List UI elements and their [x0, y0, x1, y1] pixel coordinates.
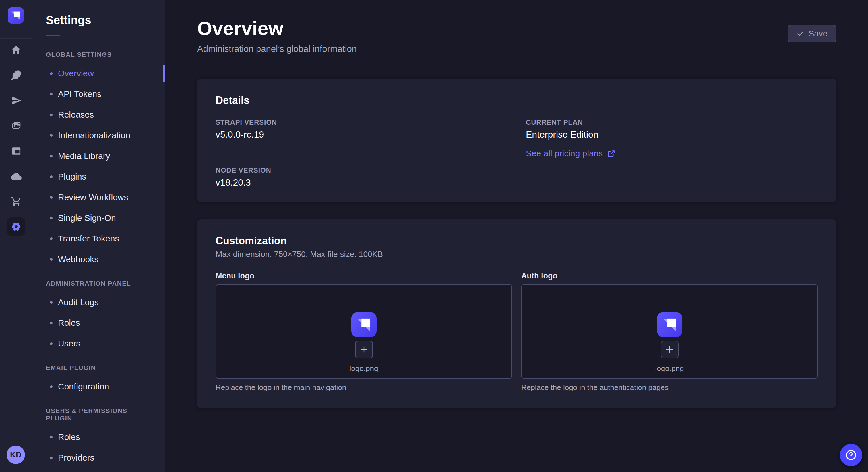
sidebar-item-label: Single Sign-On — [58, 213, 116, 223]
strapi-logo[interactable] — [8, 7, 24, 24]
save-button-label: Save — [809, 29, 828, 38]
sidebar-item-label: Users — [58, 339, 81, 348]
plus-icon — [360, 345, 368, 354]
sidebar-item-label: API Tokens — [58, 89, 101, 99]
sidebar-item-configuration[interactable]: Configuration — [32, 376, 165, 397]
help-button[interactable] — [840, 444, 862, 466]
field-label: CURRENT PLAN — [526, 119, 818, 127]
paper-plane-icon — [11, 95, 22, 106]
subnav-title: Settings — [46, 14, 165, 27]
subnav-section: USERS & PERMISSIONS PLUGIN Roles Provide… — [32, 407, 165, 468]
nav-settings[interactable] — [0, 214, 32, 239]
page-title: Overview — [197, 17, 357, 39]
logo-upload-box: logo.png — [521, 284, 818, 378]
add-logo-button[interactable] — [661, 341, 679, 359]
details-grid: STRAPI VERSION v5.0.0-rc.19 CURRENT PLAN… — [216, 119, 818, 188]
home-icon — [11, 45, 22, 55]
bullet-icon — [50, 113, 53, 116]
logo-upload-box: logo.png — [216, 284, 512, 378]
sidebar-item-overview[interactable]: Overview — [32, 63, 165, 84]
sidebar-item-label: Review Workflows — [58, 193, 128, 202]
save-button[interactable]: Save — [788, 25, 836, 42]
bullet-icon — [50, 322, 53, 324]
nav-media-library[interactable] — [0, 113, 32, 138]
bullet-icon — [50, 385, 53, 388]
sidebar-item-releases[interactable]: Releases — [32, 104, 165, 125]
cloud-icon — [11, 171, 22, 181]
subnav-item-list: Roles Providers — [32, 427, 165, 468]
strapi-logo-icon — [351, 312, 377, 337]
strapi-logo-icon — [657, 312, 682, 337]
bullet-icon — [50, 258, 53, 261]
bullet-icon — [50, 217, 53, 220]
page-header-text: Overview Administration panel’s global i… — [197, 17, 357, 54]
nav-deploy[interactable] — [0, 88, 32, 113]
bullet-icon — [50, 237, 53, 240]
sidebar-item-roles[interactable]: Roles — [32, 427, 165, 447]
main-content: Overview Administration panel’s global i… — [165, 0, 868, 472]
images-icon — [11, 121, 22, 131]
subnav-section-label: EMAIL PLUGIN — [46, 364, 151, 372]
nav-cloud[interactable] — [0, 164, 32, 189]
sidebar-item-label: Transfer Tokens — [58, 234, 119, 243]
logo-field-label: Auth logo — [521, 272, 557, 280]
field-current-plan: CURRENT PLAN Enterprise Edition See all … — [526, 119, 818, 158]
subnav-sections: GLOBAL SETTINGS Overview API Tokens Rele… — [32, 36, 165, 468]
bullet-icon — [50, 301, 53, 304]
sidebar-item-label: Plugins — [58, 172, 86, 181]
field-strapi-version: STRAPI VERSION v5.0.0-rc.19 — [216, 119, 507, 158]
bullet-icon — [50, 196, 53, 199]
page-header: Overview Administration panel’s global i… — [197, 17, 836, 54]
bullet-icon — [50, 155, 53, 158]
sidebar-item-transfer-tokens[interactable]: Transfer Tokens — [32, 228, 165, 249]
layout-panel-icon — [11, 146, 22, 156]
settings-subnav: Settings GLOBAL SETTINGS Overview API To… — [32, 0, 165, 472]
bullet-icon — [50, 175, 53, 178]
pricing-plans-link[interactable]: See all pricing plans — [526, 148, 615, 158]
auth-logo-block: Auth logo logo.png Replace the logo in t… — [521, 272, 818, 392]
nav-marketplace[interactable] — [0, 189, 32, 214]
sidebar-item-label: Overview — [58, 69, 94, 78]
nav-content-builder[interactable] — [0, 63, 32, 88]
check-icon — [797, 30, 804, 38]
logo-caption: Replace the logo in the authentication p… — [521, 383, 818, 392]
active-nav-pill — [7, 217, 25, 236]
nav-content-manager[interactable] — [0, 138, 32, 164]
details-card: Details STRAPI VERSION v5.0.0-rc.19 CURR… — [197, 79, 836, 202]
pricing-plans-link-label: See all pricing plans — [526, 148, 603, 158]
page-subtitle: Administration panel’s global informatio… — [197, 44, 357, 54]
details-heading: Details — [216, 94, 818, 106]
menu-logo-block: Menu logo logo.png Replace the logo in t… — [216, 272, 512, 392]
strapi-admin-app: KD Settings GLOBAL SETTINGS Overview API… — [0, 0, 868, 472]
customization-heading: Customization — [216, 235, 818, 247]
sidebar-item-label: Configuration — [58, 382, 109, 392]
sidebar-item-single-sign-on[interactable]: Single Sign-On — [32, 208, 165, 228]
sidebar-item-users[interactable]: Users — [32, 333, 165, 354]
sidebar-item-roles[interactable]: Roles — [32, 312, 165, 333]
bullet-icon — [50, 72, 53, 75]
main-nav-rail: KD — [0, 0, 32, 472]
sidebar-item-api-tokens[interactable]: API Tokens — [32, 84, 165, 104]
sidebar-item-internationalization[interactable]: Internationalization — [32, 125, 165, 146]
logo-grid: Menu logo logo.png Replace the logo in t… — [216, 272, 818, 392]
bullet-icon — [50, 457, 53, 459]
field-label: NODE VERSION — [216, 166, 507, 174]
sidebar-item-label: Audit Logs — [58, 297, 99, 307]
sidebar-item-webhooks[interactable]: Webhooks — [32, 249, 165, 270]
nav-home[interactable] — [0, 37, 32, 63]
subnav-section: EMAIL PLUGIN Configuration — [32, 364, 165, 397]
sidebar-item-review-workflows[interactable]: Review Workflows — [32, 187, 165, 208]
logo-preview — [351, 312, 377, 337]
sidebar-item-providers[interactable]: Providers — [32, 447, 165, 468]
external-link-icon — [608, 150, 615, 158]
sidebar-item-media-library[interactable]: Media Library — [32, 146, 165, 166]
sidebar-item-label: Providers — [58, 453, 94, 463]
customization-card: Customization Max dimension: 750×750, Ma… — [197, 220, 836, 408]
add-logo-button[interactable] — [355, 341, 373, 359]
sidebar-item-label: Internationalization — [58, 131, 130, 140]
sidebar-item-label: Roles — [58, 432, 80, 442]
feather-icon — [11, 70, 22, 80]
sidebar-item-plugins[interactable]: Plugins — [32, 166, 165, 187]
sidebar-item-audit-logs[interactable]: Audit Logs — [32, 292, 165, 312]
user-avatar[interactable]: KD — [7, 446, 25, 464]
